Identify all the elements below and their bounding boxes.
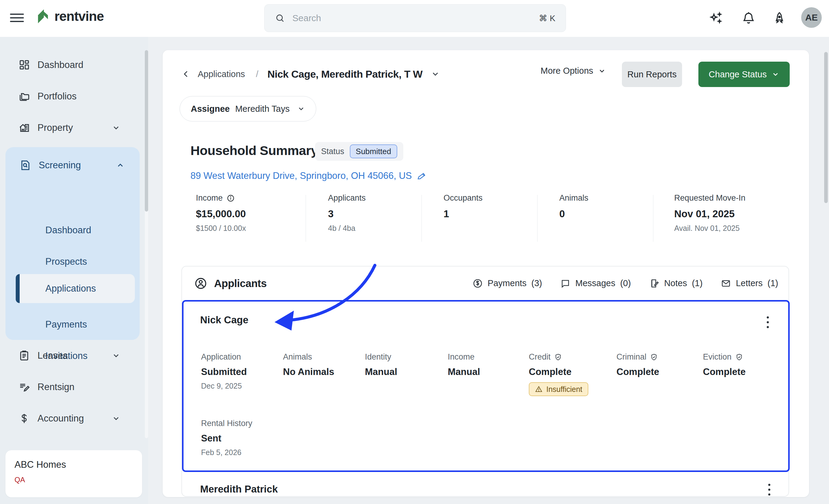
status-chip: Status Submitted [315, 142, 403, 161]
sidebar-item-portfolios[interactable]: Portfolios [0, 87, 142, 106]
dashboard-grid-icon [18, 59, 30, 71]
field-identity: Identity Manual [365, 352, 448, 396]
tab-letters[interactable]: Letters (1) [721, 278, 778, 288]
row-actions-kebab-menu[interactable] [761, 314, 774, 331]
household-stats: Income $15,000.00 $1500 / 10.00x Applica… [163, 193, 809, 243]
edit-pencil-icon[interactable] [417, 171, 427, 181]
sidebar-item-label: Dashboard [37, 60, 83, 70]
applicant-row-meredith-patrick[interactable]: Meredith Patrick [182, 472, 790, 497]
sidebar-item-accounting[interactable]: Accounting [0, 409, 142, 428]
info-icon[interactable] [226, 194, 235, 202]
sidebar-scrollbar-thumb[interactable] [145, 50, 148, 211]
sidebar-item-label: Rentsign [37, 382, 74, 392]
organization-name: ABC Homes [14, 459, 66, 470]
title-dropdown-chevron-icon[interactable] [431, 70, 440, 79]
search-icon [275, 13, 285, 23]
sidebar-item-leases[interactable]: Leases [0, 346, 142, 365]
field-rental-history: Rental History Sent Feb 5, 2026 [201, 419, 252, 457]
applicant-name: Meredith Patrick [200, 483, 278, 495]
sidebar-item-label: Leases [37, 350, 68, 361]
row-actions-kebab-menu[interactable] [762, 481, 776, 498]
sidebar-subitem-applications-active[interactable]: Applications [16, 274, 135, 303]
chevron-up-icon [116, 161, 124, 169]
breadcrumb-separator: / [256, 69, 258, 79]
tab-count: (1) [768, 278, 778, 288]
shield-check-icon [735, 353, 743, 361]
field-income: Income Manual [448, 352, 529, 396]
chevron-down-icon [297, 105, 305, 113]
sidebar-item-label: Property [37, 122, 73, 133]
assignee-label: Assignee [191, 104, 230, 114]
applicants-tabs: Payments (3) Messages (0) Notes (1) Lett… [473, 267, 778, 300]
messages-bubble-icon [560, 278, 571, 288]
tab-count: (0) [620, 278, 631, 288]
property-house-icon [18, 122, 30, 134]
tab-payments[interactable]: Payments (3) [473, 278, 542, 288]
applicants-section-title: Applicants [214, 277, 267, 289]
sidebar-item-label: Screening [39, 160, 81, 171]
applicants-section: Applicants Payments (3) Messages (0) Not… [181, 266, 789, 497]
whats-new-rocket-icon[interactable] [770, 9, 789, 27]
shield-check-icon [554, 353, 562, 361]
screening-document-search-icon [20, 159, 31, 171]
hamburger-menu-icon[interactable] [10, 11, 24, 25]
active-indicator-bar [16, 274, 20, 303]
sidebar-subitem-prospects[interactable]: Prospects [5, 252, 140, 271]
field-credit: Credit Complete Insufficient [529, 352, 616, 396]
sidebar-item-property[interactable]: Property [0, 118, 142, 138]
notifications-bell-icon[interactable] [740, 9, 758, 27]
signature-lines-pen-icon [18, 381, 30, 393]
application-root: Dashboard Portfolios Property Screening … [0, 0, 829, 504]
sidebar-subitem-payments[interactable]: Payments [5, 315, 140, 334]
back-chevron-icon[interactable] [181, 70, 190, 79]
change-status-button[interactable]: Change Status [698, 62, 790, 87]
ai-sparkles-icon[interactable] [708, 9, 726, 27]
dollar-icon [18, 413, 30, 425]
warning-triangle-icon [535, 385, 543, 393]
sidebar-item-screening[interactable]: Screening [5, 156, 140, 175]
tab-messages[interactable]: Messages (0) [560, 278, 631, 288]
property-address[interactable]: 89 West Waterbury Drive, Springboro, OH … [190, 170, 427, 181]
notes-icon [649, 278, 659, 288]
organization-card[interactable]: ABC Homes QA [5, 450, 142, 497]
stat-requested-move-in: Requested Move-In Nov 01, 2025 Avail. No… [674, 193, 746, 233]
organization-environment-badge: QA [14, 476, 25, 484]
avatar-initials: AE [805, 12, 818, 23]
assignee-select[interactable]: Assignee Meredith Tays [180, 96, 316, 121]
field-animals: Animals No Animals [283, 352, 365, 396]
global-search[interactable]: ⌘ K [264, 4, 566, 32]
status-label: Status [321, 147, 345, 156]
brand-name: rentvine [55, 9, 104, 24]
brand-logo[interactable]: rentvine [36, 7, 104, 26]
field-eviction: Eviction Complete [703, 352, 779, 396]
field-application: Application Submitted Dec 9, 2025 [201, 352, 283, 396]
applicant-person-icon [194, 277, 207, 290]
applicant-row-nick-cage-highlighted[interactable]: Nick Cage Application Submitted Dec 9, 2… [182, 300, 790, 472]
page-scrollbar-thumb[interactable] [824, 52, 828, 203]
tab-notes[interactable]: Notes (1) [649, 278, 702, 288]
breadcrumb: Applications / Nick Cage, Meredith Patri… [181, 64, 440, 85]
sidebar-item-rentsign[interactable]: Rentsign [0, 377, 142, 397]
search-input[interactable] [292, 13, 539, 23]
chevron-down-icon [771, 70, 780, 78]
stat-divider [305, 195, 306, 242]
user-avatar[interactable]: AE [801, 7, 822, 28]
screening-group: Screening Dashboard Prospects Applicatio… [5, 147, 140, 340]
applicant-fields-row: Application Submitted Dec 9, 2025 Animal… [201, 352, 779, 396]
tab-count: (3) [532, 278, 542, 288]
run-reports-button[interactable]: Run Reports [622, 62, 682, 87]
chevron-down-icon [112, 124, 120, 132]
sidebar-subitem-screening-dashboard[interactable]: Dashboard [5, 221, 140, 240]
breadcrumb-applications-link[interactable]: Applications [198, 69, 245, 79]
clipboard-icon [18, 350, 30, 362]
stat-divider [653, 195, 653, 242]
sidebar-item-dashboard[interactable]: Dashboard [0, 55, 142, 75]
stat-divider [537, 195, 538, 242]
more-options-menu[interactable]: More Options [541, 66, 606, 76]
stat-divider [422, 195, 422, 242]
chevron-down-icon [112, 351, 120, 360]
page-title: Nick Cage, Meredith Patrick, T W [267, 68, 422, 80]
status-badge[interactable]: Submitted [350, 145, 397, 158]
applicant-name: Nick Cage [200, 314, 249, 326]
address-link[interactable]: 89 West Waterbury Drive, Springboro, OH … [190, 170, 412, 181]
